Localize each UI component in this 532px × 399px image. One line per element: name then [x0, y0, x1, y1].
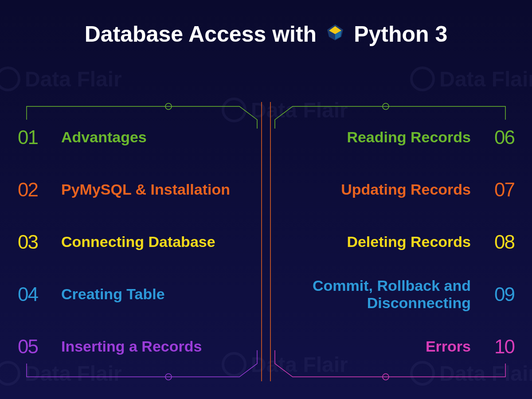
item-number: 09	[479, 283, 514, 305]
item-label: Creating Table	[53, 286, 248, 303]
item-number: 08	[479, 231, 514, 253]
item-number: 06	[479, 126, 514, 149]
item-label: Inserting a Records	[53, 338, 248, 355]
watermark: Data Flair	[0, 66, 122, 91]
item-number: 02	[18, 179, 53, 201]
list-item: 02 PyMySQL & Installation	[18, 176, 248, 203]
svg-point-6	[383, 103, 389, 110]
list-item: 01 Advantages	[18, 124, 248, 151]
item-number: 01	[18, 126, 53, 149]
list-item: 04 Creating Table	[18, 281, 248, 308]
list-item: 09 Commit, Rollback and Disconnecting	[284, 281, 514, 308]
title-right: Python 3	[354, 21, 447, 47]
svg-point-5	[165, 103, 172, 110]
item-number: 05	[18, 336, 53, 358]
list-item: 05 Inserting a Records	[18, 333, 248, 360]
item-label: PyMySQL & Installation	[53, 181, 248, 198]
list-item: 10 Errors	[284, 333, 514, 360]
item-number: 10	[479, 336, 514, 358]
item-label: Advantages	[53, 129, 248, 146]
item-label: Updating Records	[284, 181, 479, 198]
item-number: 03	[18, 231, 53, 253]
right-column: 06 Reading Records 07 Updating Records 0…	[284, 124, 514, 360]
list-item: 03 Connecting Database	[18, 229, 248, 255]
item-label: Reading Records	[284, 129, 479, 146]
item-label: Connecting Database	[53, 233, 248, 250]
list-item: 07 Updating Records	[284, 176, 514, 203]
left-column: 01 Advantages 02 PyMySQL & Installation …	[18, 124, 248, 360]
item-label: Deleting Records	[284, 233, 479, 250]
list-item: 06 Reading Records	[284, 124, 514, 151]
topics-diagram: 01 Advantages 02 PyMySQL & Installation …	[18, 102, 514, 381]
item-label: Errors	[284, 338, 479, 355]
svg-point-8	[383, 374, 389, 380]
item-number: 07	[479, 179, 514, 201]
page-header: Database Access with Python 3	[0, 0, 532, 47]
title-left: Database Access with	[85, 21, 317, 47]
item-label: Commit, Rollback and Disconnecting	[284, 277, 479, 312]
python-logo-icon	[325, 23, 346, 45]
item-number: 04	[18, 283, 53, 305]
svg-point-7	[165, 374, 172, 380]
watermark: Data Flair	[410, 66, 532, 91]
list-item: 08 Deleting Records	[284, 229, 514, 255]
